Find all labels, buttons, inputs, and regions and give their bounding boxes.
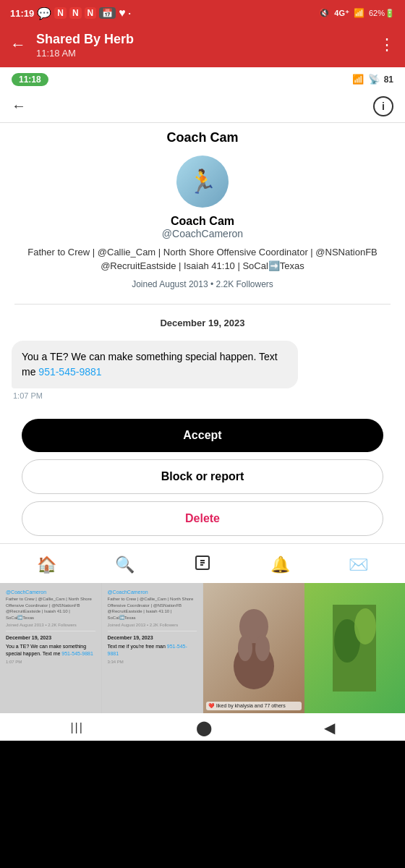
nav-home-button[interactable]: 🏠 [37,556,56,574]
header-menu-button[interactable]: ⋮ [379,35,395,54]
app-header: ← Shared By Herb 11:18 AM ⋮ [0,26,405,67]
inner-status-icons: 📶 📡 81 [352,74,393,85]
profile-name: Coach Cam [171,215,234,228]
profile-title: Coach Cam [166,130,238,145]
nav-messages-button[interactable]: ✉️ [349,556,368,574]
signal-icon: 📶 [354,8,364,18]
status-icons: 🔇 4G⁺ 📶 62%🔋 [319,8,395,18]
svg-point-10 [354,608,376,644]
block-report-button[interactable]: Block or report [22,459,383,494]
thumbnail-2: @CoachCameron Father to Crew | @Callie_C… [102,583,204,713]
header-title-block: Shared By Herb 11:18 AM [36,32,369,59]
thumbnails-row: @CoachCameron Father to Crew | @Callie_C… [0,583,405,713]
avatar-image: 🏃 [176,156,229,208]
thumb1-time: 1:07 PM [6,659,95,665]
thumb3-liked: ❤️ liked by khalysia and 77 others [206,702,302,710]
inner-status-bar: 11:18 📶 📡 81 [0,67,405,90]
thumbnail-3: ❤️ liked by khalysia and 77 others [203,583,304,713]
thumb2-bio: Father to Crew | @Callie_Cam | North Sho… [108,596,197,621]
home-indicator: ||| ⬤ ◀ [0,713,405,741]
thumb1-msg: You a TE? We can make something special … [6,643,95,658]
thumb2-msg: Text me if you're free man 951-545-9881 [108,643,197,658]
thumb2-date: December 19, 2023 [108,634,197,642]
thumbnail-3-image [203,583,304,713]
thumbnail-4-image [304,583,406,713]
thumbnail-2-content: @CoachCameron Father to Crew | @Callie_C… [102,583,203,671]
thumb1-meta: Joined August 2013 • 2.2K Followers [6,622,95,628]
phone-screen: 11:18 📶 📡 81 ← i Coach Cam 🏃 Coach Cam @… [0,67,405,741]
inner-info-button[interactable]: i [373,96,393,116]
profile-handle: @CoachCameron [162,228,243,239]
status-bar: 11:19 💬 N N N 📅 ♥️ • 🔇 4G⁺ 📶 62%🔋 [0,0,405,26]
thumb1-bio: Father to Crew | @Callie_Cam | North Sho… [6,596,95,621]
message-time: 1:07 PM [12,391,393,400]
thumb2-handle: @CoachCameron [108,589,197,596]
thumbnail-4 [304,583,406,713]
thumb2-meta: Joined August 2013 • 2.2K Followers [108,622,197,628]
battery-icon: 62%🔋 [369,9,395,18]
inner-back-button[interactable]: ← [12,98,26,114]
nav-notifications-button[interactable]: 🔔 [270,556,290,574]
bottom-nav: 🏠 🔍 🔔 ✉️ [0,543,405,583]
thumb1-phone-link[interactable]: 951-545-9881 [61,651,93,656]
action-area: Accept Block or report Delete [0,404,405,543]
home-left-button[interactable]: ||| [70,721,83,734]
status-time: 11:19 💬 N N N 📅 ♥️ • [10,7,131,20]
thumb1-date: December 19, 2023 [6,634,95,642]
inner-battery-num: 81 [384,75,393,85]
inner-time-badge: 11:18 [12,73,48,86]
thumbnail-1: @CoachCameron Father to Crew | @Callie_C… [0,583,102,713]
profile-section: Coach Cam 🏃 Coach Cam @CoachCameron Fath… [0,123,405,301]
home-back-button[interactable]: ◀ [324,719,335,736]
date-section: December 19, 2023 [0,307,405,335]
mute-icon: 🔇 [319,8,330,18]
header-title-text: Shared By Herb [36,32,369,48]
profile-divider [14,304,391,305]
inner-nav: ← i [0,90,405,123]
message-area: You a TE? We can make something special … [0,335,405,404]
header-subtitle: 11:18 AM [36,48,369,59]
phone-link[interactable]: 951-545-9881 [38,366,101,378]
nav-search-button[interactable]: 🔍 [115,556,135,574]
delete-button[interactable]: Delete [22,501,383,536]
header-back-button[interactable]: ← [10,35,26,54]
inner-wifi-icon: 📡 [368,74,380,85]
svg-point-6 [238,635,252,661]
accept-button[interactable]: Accept [22,419,383,452]
time-display: 11:19 [10,8,34,19]
home-center-button[interactable]: ⬤ [196,719,212,736]
thumbnail-1-content: @CoachCameron Father to Crew | @Callie_C… [0,583,101,671]
nav-compose-button[interactable] [194,554,211,576]
network-icon: 4G⁺ [334,9,349,18]
thumb1-handle: @CoachCameron [6,589,95,596]
message-bubble: You a TE? We can make something special … [12,341,298,388]
thumb2-time: 3:34 PM [108,659,197,665]
profile-bio: Father to Crew | @Callie_Cam | North Sho… [14,245,391,273]
avatar: 🏃 [176,156,229,208]
date-label: December 19, 2023 [160,318,244,328]
svg-point-7 [255,635,270,661]
inner-signal-icon: 📶 [352,74,364,85]
profile-meta: Joined August 2013 • 2.2K Followers [132,279,273,289]
